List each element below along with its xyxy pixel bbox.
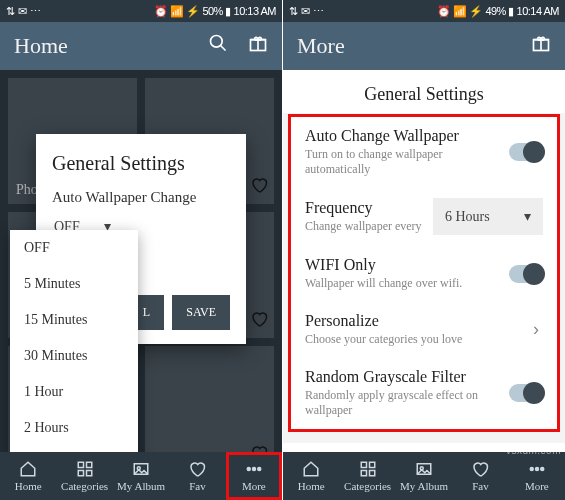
gift-icon[interactable] [248,33,268,59]
svg-rect-17 [361,471,366,476]
watermark: vsxdm.com [506,445,561,456]
app-bar: Home [0,22,282,70]
dropdown-option[interactable]: 5 Minutes [10,266,138,302]
home-content: Photo C ad By Hold By Anthony Tuil Gener… [0,70,282,452]
bottom-nav: Home Categories My Album Fav More [283,452,565,500]
general-settings-group: Auto Change WallpaperTurn on to change w… [291,117,557,429]
gift-icon[interactable] [531,33,551,59]
save-button[interactable]: SAVE [172,295,230,330]
setting-personalize[interactable]: PersonalizeChoose your categories you lo… [291,302,557,358]
svg-rect-7 [86,471,91,476]
nav-fav[interactable]: Fav [169,452,225,500]
svg-line-1 [221,46,226,51]
svg-rect-15 [361,462,366,467]
dropdown-option[interactable]: OFF [10,230,138,266]
dropdown-option[interactable]: 30 Minutes [10,338,138,374]
setting-frequency[interactable]: FrequencyChange wallpaper every 6 Hours▾ [291,188,557,246]
svg-point-11 [252,468,255,471]
svg-rect-18 [369,471,374,476]
svg-point-22 [535,468,538,471]
nav-home[interactable]: Home [283,452,339,500]
dropdown-option[interactable]: 15 Minutes [10,302,138,338]
nav-more[interactable]: More [509,452,565,500]
setting-grayscale[interactable]: Random Grayscale FilterRandomly apply gr… [291,358,557,429]
nav-categories[interactable]: Categories [56,452,112,500]
status-right-text: ⏰ 📶 ⚡ 49% ▮ 10:14 AM [437,5,559,18]
chevron-right-icon: › [529,319,543,340]
svg-point-21 [530,468,533,471]
dropdown-option[interactable]: 2 Hours [10,410,138,446]
toggle-switch[interactable] [509,143,543,161]
nav-my-album[interactable]: My Album [113,452,169,500]
bottom-nav: Home Categories My Album Fav More [0,452,282,500]
status-bar: ⇅ ✉ ⋯ ⏰ 📶 ⚡ 50% ▮ 10:13 AM [0,0,282,22]
setting-auto-change[interactable]: Auto Change WallpaperTurn on to change w… [291,117,557,188]
dropdown-option[interactable]: 6 Hours [10,446,138,452]
section-title-general: General Settings [283,70,565,113]
status-right-text: ⏰ 📶 ⚡ 50% ▮ 10:13 AM [154,5,276,18]
right-phone: ⇅ ✉ ⋯ ⏰ 📶 ⚡ 49% ▮ 10:14 AM More General … [283,0,565,500]
dropdown-option[interactable]: 1 Hour [10,374,138,410]
dialog-row-label: Auto Wallpaper Change [52,189,230,206]
caret-down-icon: ▾ [524,208,531,225]
nav-home[interactable]: Home [0,452,56,500]
setting-wifi-only[interactable]: WIFI OnlyWallpaper will change over wifi… [291,246,557,302]
svg-point-10 [247,468,250,471]
page-title: Home [14,33,68,59]
status-left-icons: ⇅ ✉ ⋯ [289,5,324,18]
dialog-title: General Settings [52,152,230,175]
status-left-icons: ⇅ ✉ ⋯ [6,5,41,18]
svg-point-12 [258,468,261,471]
svg-rect-6 [78,471,83,476]
nav-fav[interactable]: Fav [452,452,508,500]
nav-categories[interactable]: Categories [339,452,395,500]
frequency-dropdown-menu: OFF 5 Minutes 15 Minutes 30 Minutes 1 Ho… [10,230,138,452]
toggle-switch[interactable] [509,384,543,402]
svg-rect-16 [369,462,374,467]
left-phone: ⇅ ✉ ⋯ ⏰ 📶 ⚡ 50% ▮ 10:13 AM Home Photo C … [0,0,282,500]
nav-more[interactable]: More [226,452,282,500]
svg-rect-4 [78,462,83,467]
svg-rect-5 [86,462,91,467]
frequency-select[interactable]: 6 Hours▾ [433,198,543,235]
svg-point-23 [541,468,544,471]
svg-point-0 [211,36,223,48]
status-bar: ⇅ ✉ ⋯ ⏰ 📶 ⚡ 49% ▮ 10:14 AM [283,0,565,22]
search-icon[interactable] [208,33,228,59]
toggle-switch[interactable] [509,265,543,283]
page-title: More [297,33,345,59]
more-content[interactable]: General Settings Auto Change WallpaperTu… [283,70,565,452]
app-bar: More [283,22,565,70]
nav-my-album[interactable]: My Album [396,452,452,500]
